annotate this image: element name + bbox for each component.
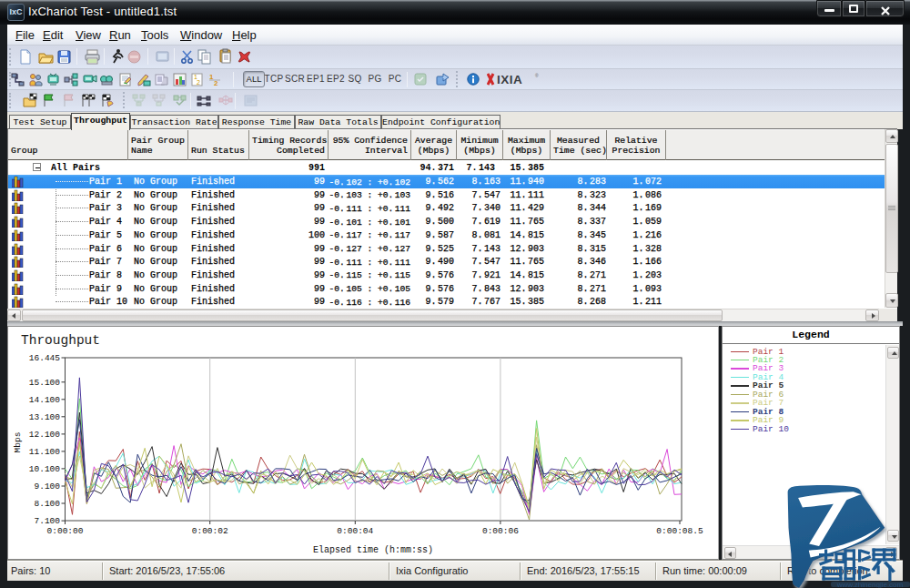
svg-text:0:00:02: 0:00:02	[192, 526, 228, 536]
svg-text:0:00:04: 0:00:04	[337, 526, 373, 536]
svg-text:10.100: 10.100	[29, 464, 61, 474]
svg-text:7.100: 7.100	[34, 516, 60, 526]
svg-text:16.445: 16.445	[29, 353, 61, 363]
svg-text:11.100: 11.100	[29, 447, 61, 457]
svg-text:0:00:00: 0:00:00	[47, 526, 84, 536]
svg-text:15.100: 15.100	[29, 378, 61, 388]
svg-text:8.100: 8.100	[34, 499, 60, 509]
svg-text:Mbps: Mbps	[13, 432, 23, 453]
svg-text:IXIA: IXIA	[497, 73, 522, 86]
svg-text:0:00:08.5: 0:00:08.5	[656, 526, 703, 536]
svg-text:13.100: 13.100	[29, 412, 61, 422]
svg-text:0:00:06: 0:00:06	[482, 526, 519, 536]
svg-text:2: 2	[197, 79, 200, 86]
svg-text:®: ®	[535, 73, 539, 78]
svg-text:www.zhinengjie.com: www.zhinengjie.com	[836, 581, 904, 588]
svg-text:Elapsed time (h:mm:ss): Elapsed time (h:mm:ss)	[313, 545, 433, 555]
svg-text:Throughput: Throughput	[21, 333, 100, 348]
svg-text:14.100: 14.100	[29, 395, 61, 405]
svg-text:9.100: 9.100	[34, 482, 60, 492]
svg-text:12.100: 12.100	[29, 430, 61, 440]
